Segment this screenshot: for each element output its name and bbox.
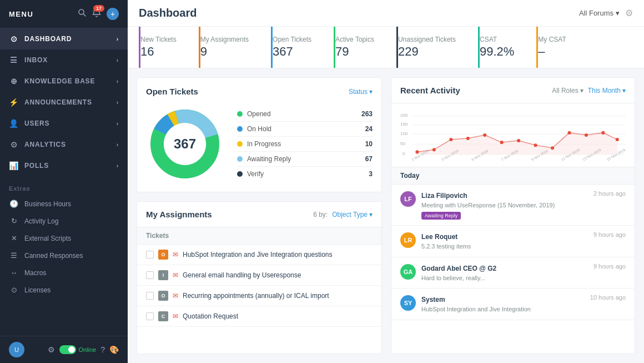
ticket-checkbox[interactable]	[146, 271, 154, 279]
activity-feed: LF Liza Filipovich Meeting with UseRespo…	[391, 185, 635, 354]
stat-value: 9	[200, 44, 249, 59]
sidebar-item-analytics[interactable]: ⊙ ANALYTICS ›	[0, 134, 128, 155]
extras-item-macros[interactable]: ↔ Macros	[0, 264, 128, 281]
stat-unassigned-tickets[interactable]: Unassigned Tickets 229	[396, 27, 469, 68]
online-toggle[interactable]: Online	[59, 345, 96, 354]
add-button[interactable]: +	[107, 8, 119, 20]
stat-value: 99.2%	[480, 44, 514, 59]
svg-point-30	[601, 131, 605, 135]
stat-label: My CSAT	[538, 36, 566, 43]
recent-activity-panel: Recent Activity All Roles ▾ This Month ▾	[391, 77, 635, 354]
sidebar-logo: MENU	[9, 10, 33, 18]
sidebar-item-users[interactable]: 👤 USERS ›	[0, 113, 128, 134]
ticket-name[interactable]: General email handling by Useresponse	[183, 271, 301, 279]
stat-csat[interactable]: CSAT 99.2%	[478, 27, 527, 68]
sidebar-item-announcements[interactable]: ⚡ ANNOUNCEMENTS ›	[0, 92, 128, 113]
open-tickets-card: Open Tickets Status ▾	[137, 77, 382, 192]
content-area: Open Tickets Status ▾	[128, 68, 644, 363]
stat-new-tickets[interactable]: New Tickets 16	[139, 27, 190, 68]
activity-time: 9 hours ago	[593, 263, 626, 270]
activity-name[interactable]: Liza Filipovich	[421, 192, 467, 200]
stat-my-assignments[interactable]: My Assignments 9	[199, 27, 262, 68]
activity-item-liza: LF Liza Filipovich Meeting with UseRespo…	[391, 185, 635, 226]
activity-item-godard: GA Godard Abel CEO @ G2 Hard to believe,…	[391, 257, 635, 289]
extras-items: 🕐 Business Hours↻ Activity Log✕ External…	[0, 195, 128, 299]
svg-text:0: 0	[402, 151, 405, 156]
sidebar-item-chevron: ›	[117, 100, 119, 106]
sidebar-item-inbox[interactable]: ☰ INBOX ›	[0, 49, 128, 71]
polls-icon: 📊	[9, 161, 19, 170]
this-month-btn[interactable]: This Month ▾	[588, 87, 626, 95]
activity-desc: 5.2.3 testing items	[421, 242, 588, 251]
open-tickets-title: Open Tickets	[146, 87, 198, 96]
legend-label: Awaiting Reply	[247, 155, 291, 163]
ticket-name[interactable]: HubSpot Integration and Jive Integration…	[183, 251, 333, 258]
extras-item-activity-log[interactable]: ↻ Activity Log	[0, 212, 128, 230]
extras-item-external-scripts[interactable]: ✕ External Scripts	[0, 230, 128, 247]
sidebar-item-dashboard[interactable]: ⊙ DASHBOARD ›	[0, 28, 128, 49]
ra-filters: All Roles ▾ This Month ▾	[552, 87, 626, 95]
forum-selector[interactable]: All Forums ▾	[579, 9, 620, 17]
extras-item-licenses[interactable]: ⊙ Licenses	[0, 281, 128, 299]
ticket-type-badge: O	[158, 250, 168, 260]
user-avatar[interactable]: U	[9, 342, 24, 357]
sidebar-item-knowledge-base[interactable]: ⊕ KNOWLEDGE BASE ›	[0, 71, 128, 92]
macros-icon: ↔	[9, 268, 19, 277]
my-assignments-card: My Assignments 6 by: Object Type ▾ Ticke…	[137, 201, 382, 354]
activity-name[interactable]: Godard Abel CEO @ G2	[421, 265, 496, 272]
status-dropdown-btn[interactable]: Status ▾	[349, 88, 373, 96]
stat-value: 229	[398, 44, 456, 59]
sidebar-item-chevron: ›	[117, 78, 119, 84]
ticket-checkbox[interactable]	[146, 251, 154, 258]
stat-label: CSAT	[480, 36, 514, 43]
svg-line-1	[83, 14, 85, 16]
status-label: Status	[349, 88, 368, 96]
extras-item-business-hours[interactable]: 🕐 Business Hours	[0, 195, 128, 212]
ticket-row: O ✉ HubSpot Integration and Jive Integra…	[137, 245, 381, 265]
stat-label: Unassigned Tickets	[398, 36, 456, 43]
stat-label: My Assignments	[200, 36, 249, 43]
activity-name[interactable]: System	[421, 296, 445, 304]
ticket-name[interactable]: Recurring appointments (annually) or ICA…	[183, 292, 329, 300]
stat-value: 367	[273, 44, 311, 59]
activity-avatar: LR	[400, 232, 416, 248]
ticket-checkbox[interactable]	[146, 292, 154, 300]
legend-value: 3	[369, 170, 373, 178]
extras-item-label: Canned Responses	[24, 252, 83, 260]
sidebar-footer: U ⚙ Online ? 🎨	[0, 336, 128, 363]
svg-point-21	[449, 138, 452, 141]
object-type-label: Object Type	[332, 211, 368, 218]
activity-line-chart: 200 150 100 50 0	[400, 109, 626, 165]
open-tickets-header: Open Tickets Status ▾	[146, 87, 373, 96]
extras-item-canned-responses[interactable]: ☰ Canned Responses	[0, 247, 128, 264]
sidebar-item-polls[interactable]: 📊 POLLS ›	[0, 155, 128, 176]
stat-active-topics[interactable]: Active Topics 79	[334, 27, 388, 68]
sidebar-item-label: ANNOUNCEMENTS	[24, 98, 92, 106]
ticket-checkbox[interactable]	[146, 312, 154, 320]
stat-my-csat[interactable]: My CSAT –	[536, 27, 579, 68]
gear-icon[interactable]: ⚙	[48, 345, 55, 354]
all-roles-btn[interactable]: All Roles ▾	[552, 87, 583, 95]
forum-selector-chevron: ▾	[616, 9, 620, 17]
main-content: Dashboard All Forums ▾ ⚙ New Tickets 16M…	[128, 0, 644, 363]
svg-text:1 Nov 2019: 1 Nov 2019	[411, 148, 429, 161]
legend-value: 24	[365, 125, 373, 133]
svg-point-23	[483, 133, 486, 137]
svg-point-24	[500, 141, 504, 144]
svg-point-28	[567, 131, 571, 135]
color-icon[interactable]: 🎨	[109, 345, 119, 354]
tickets-list: O ✉ HubSpot Integration and Jive Integra…	[137, 245, 381, 327]
legend-dot	[237, 171, 243, 177]
donut-chart: 367	[146, 105, 224, 183]
activity-name[interactable]: Lee Roquet	[421, 233, 457, 241]
notification-icon-btn[interactable]: 17	[92, 8, 101, 19]
ticket-name[interactable]: Quotation Request	[183, 312, 238, 320]
search-icon-btn[interactable]	[78, 8, 87, 19]
all-roles-label: All Roles	[552, 87, 578, 95]
object-type-btn[interactable]: Object Type ▾	[332, 211, 373, 218]
stat-open-tickets[interactable]: Open Tickets 367	[271, 27, 325, 68]
assignments-header: My Assignments 6 by: Object Type ▾	[137, 202, 381, 227]
help-icon[interactable]: ?	[100, 345, 105, 354]
extras-item-label: Activity Log	[24, 217, 58, 225]
topbar-settings-icon[interactable]: ⚙	[625, 8, 633, 18]
